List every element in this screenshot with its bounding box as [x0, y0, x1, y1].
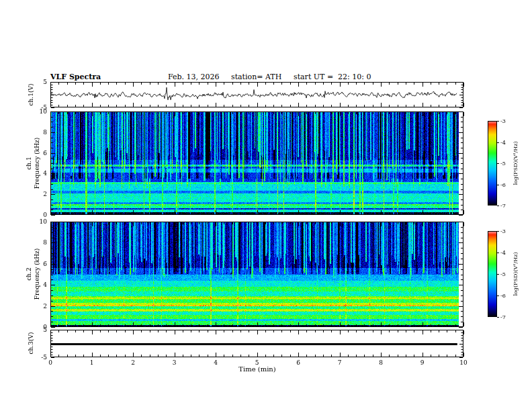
tick-label: 8 — [28, 129, 47, 136]
time-axis-label: Time (min) — [238, 365, 275, 373]
tick-label: 4 — [214, 359, 218, 366]
tick-label: -3 — [500, 228, 506, 234]
tick-label: 10 — [459, 359, 467, 366]
tick-label: -5 — [28, 104, 47, 111]
tick-label: -7 — [500, 314, 506, 320]
tick-label: 5 — [255, 359, 259, 366]
tick-label: 6 — [296, 359, 300, 366]
tick-label: 0 — [28, 212, 47, 218]
ch1-frequency-axis-label: Frequency (kHz) — [34, 138, 40, 189]
ch2-channel-label: ch.2 — [26, 267, 32, 280]
vlf-spectra-figure: VLF Spectra Feb. 13, 2026 station= ATH s… — [0, 0, 532, 411]
ch3-voltage-axis-label: ch.3(V) — [28, 332, 34, 355]
tick-label: 2 — [28, 191, 47, 197]
ch2-frequency-axis-label: Frequency (kHz) — [34, 248, 40, 300]
tick-label: 1 — [90, 359, 94, 366]
tick-label: 4 — [28, 281, 47, 288]
ch1-voltage-axis-label: ch.1(V) — [28, 84, 34, 106]
tick-label: 6 — [28, 150, 47, 156]
tick-label: -5 — [500, 161, 506, 167]
axes-ticks-overlay — [0, 0, 532, 411]
tick-label: 8 — [28, 239, 47, 246]
tick-label: 2 — [131, 359, 135, 366]
tick-label: 5 — [28, 326, 47, 333]
tick-label: -4 — [500, 250, 506, 256]
tick-label: 6 — [28, 261, 47, 267]
tick-label: 4 — [28, 170, 47, 177]
tick-label: 5 — [28, 79, 47, 85]
tick-label: -6 — [500, 293, 506, 299]
tick-label: -5 — [500, 271, 506, 277]
tick-label: 10 — [28, 218, 47, 225]
tick-label: 7 — [338, 359, 342, 366]
ch1-colorbar-label: log(PSD)(V²/Hz) — [513, 141, 519, 185]
tick-label: -5 — [28, 354, 47, 361]
tick-label: -3 — [500, 118, 506, 124]
ch1-channel-label: ch.1 — [26, 156, 32, 169]
tick-label: 8 — [379, 359, 383, 366]
tick-label: 9 — [420, 359, 425, 366]
ch2-colorbar-label: log(PSD)(V²/Hz) — [513, 252, 519, 295]
tick-label: 2 — [28, 303, 47, 310]
tick-label: 3 — [173, 359, 177, 366]
tick-label: -6 — [500, 182, 506, 188]
tick-label: -7 — [500, 203, 506, 209]
tick-label: -4 — [500, 140, 506, 146]
tick-label: 0 — [48, 359, 52, 366]
